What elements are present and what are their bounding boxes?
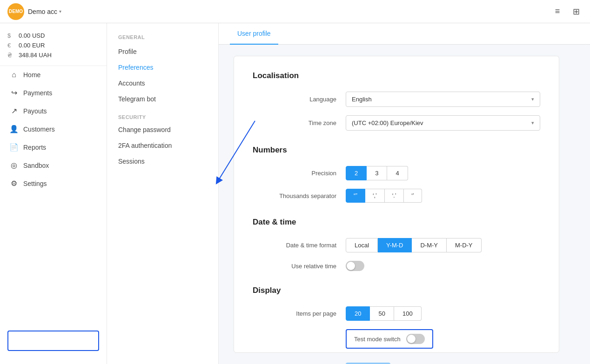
payouts-icon: ↗ bbox=[9, 106, 19, 115]
subnav-change-password-label: Change password bbox=[118, 126, 171, 133]
precision-3-button[interactable]: 3 bbox=[367, 166, 387, 180]
relative-time-control bbox=[346, 261, 540, 271]
language-dropdown-arrow: ▾ bbox=[531, 96, 534, 102]
subnav-2fa-label: 2FA authentication bbox=[118, 142, 172, 149]
separator-dot-button[interactable]: “” bbox=[346, 189, 365, 203]
top-bar: DEMO Demo acc ▾ ≡ ⊞ bbox=[0, 0, 590, 23]
sidebar-item-customers[interactable]: 👤 Customers bbox=[0, 120, 107, 138]
language-control: English ▾ bbox=[346, 92, 540, 107]
annotation-box bbox=[7, 331, 99, 351]
separator-none-button[interactable]: ‘’ bbox=[404, 189, 422, 203]
sidebar-item-reports[interactable]: 📄 Reports bbox=[0, 138, 107, 156]
subnav-telegram[interactable]: Telegram bot bbox=[107, 91, 218, 107]
logo-text: DEMO bbox=[9, 9, 23, 14]
subnav-preferences[interactable]: Preferences bbox=[107, 60, 218, 75]
sidebar-item-settings[interactable]: ⚙ Settings bbox=[0, 174, 107, 192]
usd-icon: $ bbox=[7, 32, 15, 39]
subnav-profile-label: Profile bbox=[118, 48, 137, 55]
format-dmy-button[interactable]: D-M-Y bbox=[412, 238, 447, 252]
format-control: Local Y-M-D D-M-Y M-D-Y bbox=[346, 238, 540, 252]
account-dropdown[interactable]: Demo acc ▾ bbox=[28, 8, 61, 15]
precision-row: Precision 2 3 4 bbox=[253, 166, 540, 180]
save-control: Save bbox=[346, 357, 540, 364]
usd-value: 0.00 USD bbox=[19, 32, 45, 39]
relative-time-label: Use relative time bbox=[253, 263, 346, 270]
separator-comma-button[interactable]: ‘,’ bbox=[365, 189, 385, 203]
tab-user-profile[interactable]: User profile bbox=[230, 23, 278, 45]
display-section: Display Items per page 20 50 100 bbox=[253, 286, 540, 364]
security-section-label: SECURITY bbox=[107, 107, 218, 122]
format-row: Date & time format Local Y-M-D D-M-Y M-D… bbox=[253, 238, 540, 252]
top-bar-right: ≡ ⊞ bbox=[551, 5, 583, 18]
sidebar: $ 0.00 USD € 0.00 EUR ₴ 348.84 UAH ⌂ Hom… bbox=[0, 23, 107, 364]
notifications-icon[interactable]: ≡ bbox=[551, 5, 564, 18]
format-mdy-button[interactable]: M-D-Y bbox=[447, 238, 482, 252]
sidebar-label-customers: Customers bbox=[23, 126, 55, 133]
balance-eur: € 0.00 EUR bbox=[7, 40, 99, 50]
subnav-change-password[interactable]: Change password bbox=[107, 122, 218, 138]
sidebar-item-payouts[interactable]: ↗ Payouts bbox=[0, 102, 107, 120]
main-layout: $ 0.00 USD € 0.00 EUR ₴ 348.84 UAH ⌂ Hom… bbox=[0, 23, 590, 364]
items-100-button[interactable]: 100 bbox=[394, 306, 422, 321]
test-mode-control: Test mode switch bbox=[346, 329, 540, 349]
format-local-button[interactable]: Local bbox=[346, 238, 378, 252]
items-20-button[interactable]: 20 bbox=[346, 306, 370, 321]
timezone-control: (UTC +02:00) Europe/Kiev ▾ bbox=[346, 115, 540, 131]
sidebar-label-payments: Payments bbox=[23, 89, 52, 97]
separator-control: “” ‘,’ ‘.’ ‘’ bbox=[346, 189, 540, 203]
subnav-profile[interactable]: Profile bbox=[107, 44, 218, 60]
timezone-label: Time zone bbox=[253, 119, 346, 126]
items-btn-group: 20 50 100 bbox=[346, 306, 540, 321]
precision-control: 2 3 4 bbox=[346, 166, 540, 180]
precision-4-button[interactable]: 4 bbox=[387, 166, 408, 180]
items-per-page-label: Items per page bbox=[253, 310, 346, 317]
sidebar-item-home[interactable]: ⌂ Home bbox=[0, 66, 107, 84]
tab-user-profile-label: User profile bbox=[237, 30, 271, 37]
test-mode-toggle[interactable] bbox=[406, 334, 425, 344]
content-area: GENERAL Profile Preferences Accounts Tel bbox=[107, 23, 590, 364]
format-ymd-button[interactable]: Y-M-D bbox=[378, 238, 412, 252]
numbers-title: Numbers bbox=[253, 146, 540, 155]
payments-icon: ↪ bbox=[9, 88, 19, 97]
uah-value: 348.84 UAH bbox=[19, 52, 52, 59]
datetime-section: Date & time Date & time format Local Y-M… bbox=[253, 218, 540, 271]
test-mode-highlight-box: Test mode switch bbox=[346, 329, 433, 349]
separator-row: Thousands separator “” ‘,’ ‘.’ ‘’ bbox=[253, 189, 540, 203]
timezone-value: (UTC +02:00) Europe/Kiev bbox=[352, 119, 423, 126]
app-root: DEMO Demo acc ▾ ≡ ⊞ $ 0.00 USD € 0.00 EU… bbox=[0, 0, 590, 364]
items-per-page-row: Items per page 20 50 100 bbox=[253, 306, 540, 321]
sidebar-label-settings: Settings bbox=[23, 180, 47, 187]
language-row: Language English ▾ bbox=[253, 92, 540, 107]
content-inner: Localisation Language English ▾ bbox=[219, 45, 590, 364]
sidebar-label-reports: Reports bbox=[23, 144, 46, 151]
sidebar-item-payments[interactable]: ↪ Payments bbox=[0, 84, 107, 102]
chevron-down-icon: ▾ bbox=[59, 9, 61, 14]
language-value: English bbox=[352, 96, 372, 103]
test-mode-row: Test mode switch bbox=[253, 329, 540, 349]
relative-time-toggle-knob bbox=[347, 262, 355, 270]
balance-usd: $ 0.00 USD bbox=[7, 31, 99, 40]
items-per-page-control: 20 50 100 bbox=[346, 306, 540, 321]
grid-icon[interactable]: ⊞ bbox=[570, 5, 583, 18]
settings-panel: Localisation Language English ▾ bbox=[234, 56, 559, 353]
separator-period-button[interactable]: ‘.’ bbox=[385, 189, 404, 203]
format-label: Date & time format bbox=[253, 242, 346, 249]
precision-2-button[interactable]: 2 bbox=[346, 166, 367, 180]
relative-time-toggle[interactable] bbox=[346, 261, 364, 271]
sidebar-item-sandbox[interactable]: ◎ Sandbox bbox=[0, 156, 107, 174]
sidebar-label-payouts: Payouts bbox=[23, 107, 47, 115]
reports-icon: 📄 bbox=[9, 143, 19, 152]
subnav-sessions[interactable]: Sessions bbox=[107, 153, 218, 169]
items-50-button[interactable]: 50 bbox=[370, 306, 394, 321]
separator-btn-group: “” ‘,’ ‘.’ ‘’ bbox=[346, 189, 540, 203]
sidebar-label-sandbox: Sandbox bbox=[23, 162, 49, 169]
language-dropdown[interactable]: English ▾ bbox=[346, 92, 540, 107]
eur-value: 0.00 EUR bbox=[19, 42, 45, 49]
language-label: Language bbox=[253, 96, 346, 103]
sandbox-icon: ◎ bbox=[9, 161, 19, 170]
subnav-accounts[interactable]: Accounts bbox=[107, 75, 218, 91]
timezone-dropdown[interactable]: (UTC +02:00) Europe/Kiev ▾ bbox=[346, 115, 540, 131]
test-mode-toggle-knob bbox=[407, 335, 416, 343]
localisation-section: Localisation Language English ▾ bbox=[253, 71, 540, 131]
subnav-2fa[interactable]: 2FA authentication bbox=[107, 138, 218, 153]
